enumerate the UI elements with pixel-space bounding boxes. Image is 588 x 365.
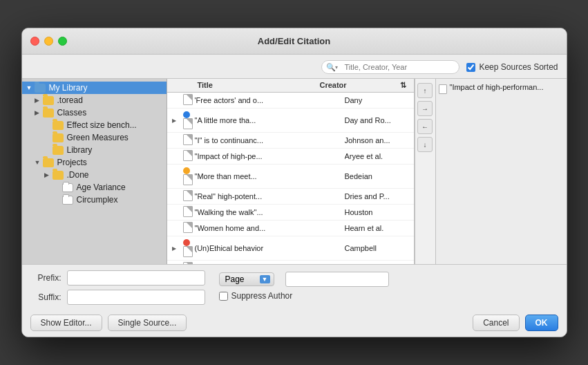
- sidebar-label: Age Variance: [77, 182, 126, 192]
- left-buttons: Show Editor... Single Source...: [30, 315, 187, 331]
- keep-sorted-wrapper: Keep Sources Sorted: [466, 62, 558, 72]
- prefix-row: Prefix:: [30, 270, 205, 286]
- sidebar-item-classes[interactable]: ▶ Classes: [22, 106, 167, 119]
- sidebar-item-toread[interactable]: ▶ .toread: [22, 94, 167, 106]
- doc-icon-wrap: [181, 262, 195, 264]
- citation-title: "Impact of high-pe...: [195, 152, 345, 160]
- folder-icon: [62, 183, 73, 192]
- sidebar-label: Circumplex: [77, 195, 118, 205]
- citation-creator: Hearn et al.: [345, 224, 414, 232]
- expand-icon: ▶: [35, 109, 41, 116]
- arrow-tools: ↑ → ← ↓: [415, 79, 435, 264]
- close-button[interactable]: [30, 37, 39, 46]
- citation-title: "More than meet...: [195, 172, 345, 180]
- move-right-button[interactable]: →: [417, 101, 433, 116]
- sidebar-item-green-measures[interactable]: Green Measures: [22, 131, 167, 144]
- sidebar-label: Classes: [57, 108, 87, 118]
- window-controls: [30, 37, 67, 46]
- folder-icon: [43, 158, 54, 167]
- sidebar-item-projects[interactable]: ▼ Projects: [22, 156, 167, 169]
- sidebar-item-age-variance[interactable]: Age Variance: [22, 181, 167, 194]
- citation-title: 'Free actors' and o...: [195, 96, 345, 104]
- move-up-button[interactable]: ↑: [417, 83, 433, 98]
- folder-icon: [53, 146, 64, 155]
- selected-doc-icon: [439, 84, 447, 94]
- search-dropdown-icon[interactable]: ▾: [335, 64, 338, 71]
- document-icon: [183, 118, 193, 129]
- sidebar-item-library[interactable]: Library: [22, 144, 167, 156]
- doc-icon-wrap: [181, 222, 195, 234]
- expand-col: [167, 81, 181, 90]
- minimize-button[interactable]: [44, 37, 53, 46]
- selected-citation: "Impact of high-performan...: [439, 82, 564, 95]
- document-icon: [183, 94, 193, 105]
- citation-header: Title Creator ⇅: [167, 79, 414, 93]
- page-select[interactable]: Page: [219, 272, 274, 286]
- maximize-button[interactable]: [58, 37, 67, 46]
- doc-icon-wrap: [181, 190, 195, 203]
- keep-sorted-checkbox[interactable]: [466, 63, 475, 72]
- citation-title: "Women home and...: [195, 224, 345, 232]
- search-bar: 🔍 ▾ Keep Sources Sorted: [22, 55, 567, 78]
- citation-row[interactable]: "Walking the walk"... Houston: [167, 205, 414, 221]
- citation-creator: Dries and P...: [345, 192, 414, 200]
- citation-row[interactable]: 'Free actors' and o... Dany: [167, 93, 414, 109]
- citation-row[interactable]: ▶ (Un)Ethical behavior Campbell: [167, 236, 414, 261]
- folder-icon: [53, 133, 64, 142]
- suffix-input[interactable]: [67, 290, 205, 305]
- suppress-row: Suppress Author: [219, 291, 389, 301]
- doc-icon-wrap: [181, 238, 195, 259]
- ok-button[interactable]: OK: [525, 315, 558, 331]
- red-badge: [183, 239, 190, 246]
- sidebar-item-my-library[interactable]: ▼ My Library: [22, 82, 167, 94]
- folder-icon: [62, 196, 73, 205]
- citation-row[interactable]: ▶ "A little more tha... Day and Ro...: [167, 109, 414, 133]
- show-editor-button[interactable]: Show Editor...: [30, 315, 102, 331]
- citation-creator: Day and Ro...: [345, 116, 414, 124]
- document-icon: [183, 262, 193, 264]
- citation-row[interactable]: (Un)ethical behavi... Treviño et al.: [167, 261, 414, 264]
- keep-sorted-label: Keep Sources Sorted: [479, 62, 558, 72]
- page-row: Page: [219, 272, 389, 287]
- single-source-button[interactable]: Single Source...: [108, 315, 187, 331]
- move-left-button[interactable]: ←: [417, 119, 433, 134]
- page-number-input[interactable]: [285, 272, 389, 287]
- doc-icon-wrap: [181, 94, 195, 106]
- sidebar-item-done[interactable]: ▶ .Done: [22, 169, 167, 181]
- doc-icon-wrap: [181, 150, 195, 162]
- citation-title: (Un)Ethical behavior: [195, 244, 345, 252]
- sidebar-item-effect-size[interactable]: Effect size bench...: [22, 119, 167, 131]
- move-down-button[interactable]: ↓: [417, 137, 433, 152]
- citation-rows: 'Free actors' and o... Dany ▶ "A little …: [167, 93, 414, 264]
- folder-icon: [35, 84, 46, 93]
- document-icon: [183, 134, 193, 145]
- citation-row[interactable]: "More than meet... Bedeian: [167, 165, 414, 189]
- selected-citations-panel: "Impact of high-performan...: [435, 79, 567, 264]
- citation-row[interactable]: "Real" high-potent... Dries and P...: [167, 189, 414, 205]
- creator-col-header: Creator: [317, 81, 400, 90]
- sidebar-label: .Done: [67, 170, 89, 180]
- citation-row[interactable]: "Women home and... Hearn et al.: [167, 221, 414, 236]
- search-wrap: 🔍 ▾: [321, 60, 459, 74]
- doc-icon-wrap: [181, 134, 195, 147]
- document-icon: [183, 246, 193, 257]
- sort-icon[interactable]: ⇅: [400, 81, 414, 90]
- sidebar-label: Projects: [57, 158, 87, 167]
- search-input[interactable]: [321, 60, 459, 74]
- sidebar-label: My Library: [49, 83, 88, 93]
- sidebar-item-circumplex[interactable]: Circumplex: [22, 194, 167, 206]
- prefix-input[interactable]: [67, 270, 205, 286]
- expand-btn[interactable]: ▶: [167, 118, 181, 124]
- right-panel-wrapper: ↑ → ← ↓ "Impact of high-performan...: [415, 79, 567, 264]
- cancel-button[interactable]: Cancel: [473, 315, 519, 331]
- citation-row[interactable]: "Impact of high-pe... Aryee et al.: [167, 149, 414, 165]
- citation-row[interactable]: "I" is to continuanc... Johnson an...: [167, 133, 414, 149]
- form-fields: Prefix: Suffix:: [30, 270, 205, 309]
- expand-icon: ▶: [44, 171, 51, 178]
- prefix-label: Prefix:: [30, 273, 61, 283]
- suppress-author-checkbox[interactable]: [219, 292, 228, 301]
- page-select-wrap: Page: [219, 272, 274, 286]
- document-icon: [183, 222, 193, 233]
- citation-creator: Aryee et al.: [345, 152, 414, 160]
- expand-btn[interactable]: ▶: [167, 245, 181, 252]
